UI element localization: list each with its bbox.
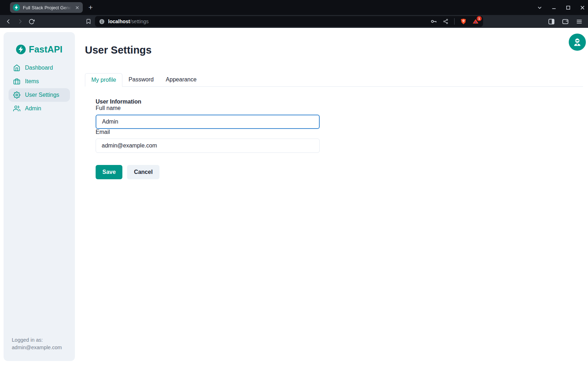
fastapi-logo: FastAPI (16, 44, 62, 55)
sidebar-nav: Dashboard Items User Settings (4, 61, 75, 115)
full-name-label: Full name (96, 105, 121, 111)
tab-my-profile[interactable]: My profile (85, 73, 122, 87)
reload-icon[interactable] (27, 17, 36, 26)
sidebar-item-label: Admin (25, 105, 41, 112)
tab-title: Full Stack Project Genera (23, 5, 71, 10)
tab-appearance[interactable]: Appearance (160, 73, 203, 86)
sidebar-item-label: User Settings (25, 92, 59, 98)
users-icon (13, 105, 20, 112)
minimize-icon[interactable] (551, 5, 557, 10)
sidebar-item-items[interactable]: Items (9, 75, 70, 88)
save-button[interactable]: Save (96, 165, 122, 179)
url-host: localhost (108, 19, 130, 24)
cancel-button[interactable]: Cancel (127, 165, 159, 179)
toolbar-divider (454, 18, 455, 25)
sidebar-panel-icon[interactable] (548, 19, 554, 25)
window-controls (537, 0, 585, 15)
main-content: User Settings My profile Password Appear… (85, 28, 583, 179)
fastapi-favicon-icon (13, 4, 20, 11)
bookmark-icon[interactable] (86, 19, 91, 24)
urlbar-actions: 1 (431, 18, 479, 25)
logged-in-label: Logged in as: (12, 336, 67, 344)
rewards-badge: 1 (477, 16, 482, 21)
back-icon[interactable] (4, 17, 13, 26)
brave-rewards-icon[interactable]: 1 (472, 18, 479, 25)
logged-in-info: Logged in as: admin@example.com (4, 336, 75, 361)
wallet-icon[interactable] (562, 19, 568, 25)
sidebar-item-label: Items (25, 78, 39, 85)
logged-in-email: admin@example.com (12, 344, 67, 352)
briefcase-icon (13, 78, 20, 85)
sidebar-item-admin[interactable]: Admin (9, 102, 70, 115)
browser-tab[interactable]: Full Stack Project Genera (10, 2, 83, 13)
chevron-down-icon[interactable] (537, 5, 542, 10)
tab-close-icon[interactable] (74, 5, 80, 10)
key-icon[interactable] (431, 19, 437, 24)
email-label: Email (96, 129, 110, 135)
app-page: FastAPI Dashboard Items (0, 28, 588, 366)
site-info-icon[interactable] (99, 19, 105, 24)
close-icon[interactable] (579, 5, 585, 10)
settings-tabs: My profile Password Appearance (85, 73, 583, 87)
maximize-icon[interactable] (565, 5, 571, 10)
url-text: localhost/settings (108, 19, 149, 24)
url-path: /settings (130, 19, 148, 24)
sidebar: FastAPI Dashboard Items (4, 32, 75, 361)
profile-panel: User Information Full name Email Save Ca… (85, 99, 583, 179)
browser-window: Full Stack Project Genera + (0, 0, 588, 366)
toolbar-right-actions (548, 19, 584, 25)
brave-shield-icon[interactable] (460, 18, 467, 25)
gear-icon (13, 91, 20, 99)
section-title: User Information (96, 99, 583, 105)
browser-toolbar: localhost/settings (0, 15, 588, 28)
form-actions: Save Cancel (96, 165, 583, 179)
url-bar[interactable]: localhost/settings (95, 16, 483, 27)
forward-icon[interactable] (16, 17, 24, 26)
home-icon (13, 64, 20, 71)
logo-text: FastAPI (29, 44, 62, 55)
sidebar-item-dashboard[interactable]: Dashboard (9, 61, 70, 75)
browser-titlebar: Full Stack Project Genera + (0, 0, 588, 15)
new-tab-button[interactable]: + (86, 3, 95, 12)
sidebar-item-label: Dashboard (25, 65, 53, 71)
fastapi-lightning-icon (16, 45, 26, 54)
tab-password[interactable]: Password (122, 73, 159, 86)
page-title: User Settings (85, 44, 583, 56)
menu-icon[interactable] (576, 19, 582, 25)
share-icon[interactable] (443, 19, 448, 24)
email-input[interactable] (96, 139, 320, 153)
sidebar-item-user-settings[interactable]: User Settings (9, 88, 70, 102)
full-name-input[interactable] (96, 115, 320, 129)
